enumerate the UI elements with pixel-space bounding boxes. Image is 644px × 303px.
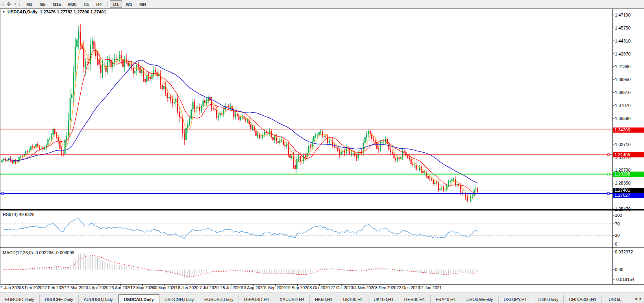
crosshair-arrows-icon [6, 2, 11, 7]
tab-scroll-right-icon[interactable]: ► [639, 297, 642, 301]
price-level-flag: 1.27027 [613, 193, 644, 198]
chart-tab-xauusd-h4[interactable]: XAUUSD,H4 [274, 295, 310, 303]
timeframe-button-mn[interactable]: MN [136, 0, 149, 8]
timeframe-button-m1[interactable]: M1 [23, 0, 35, 8]
chart-shift-crosshair-icon[interactable] [5, 1, 13, 7]
date-axis-label[interactable]: 25 Jul 2020 [220, 285, 242, 290]
price-tick-label: 1.44310 [615, 39, 631, 43]
toolbar-grip[interactable] [2, 2, 4, 7]
timeframe-button-h1[interactable]: H1 [80, 0, 92, 8]
timeframe-button-m15[interactable]: M15 [50, 0, 64, 8]
chart-tab-uk100-h1[interactable]: UK100,H1 [338, 295, 369, 303]
chart-tab-hk50-h1[interactable]: HK50,H1 [310, 295, 338, 303]
rsi-indicator-label: RSI(14) 49.6328 [3, 212, 35, 217]
price-level-flag: 1.27401 [613, 188, 644, 193]
macd-axis-label: -0.018154 [615, 277, 635, 282]
price-level-flag: 1.31405 [613, 152, 644, 157]
price-tick-label: 1.25470 [615, 207, 631, 211]
chart-title: ▼ USDCAD,Daily 1.27476 1.27782 1.27300 1… [2, 9, 106, 14]
toolbar-grip[interactable] [19, 2, 21, 7]
timeframe-button-m5[interactable]: M5 [36, 0, 48, 8]
chart-tab-usdcad-daily[interactable]: USDCAD,Daily [118, 294, 159, 303]
chart-tab-bar: EURUSD,DailyUSDCHF,DailyAUDUSD,DailyUSDC… [0, 292, 644, 303]
price-tick-label: 1.35590 [615, 116, 631, 121]
timeframe-button-d1[interactable]: D1 [110, 0, 122, 8]
timeframe-button-h4[interactable]: H4 [93, 0, 105, 8]
chart-tab-usdcnh-daily[interactable]: USDCNH,Daily [159, 295, 199, 303]
date-axis-label[interactable]: 7 Jul 2020 [200, 285, 218, 290]
date-axis-label[interactable]: 17 Mar 2020 [65, 285, 88, 290]
price-tick-label: 1.47190 [615, 13, 631, 17]
timeframe-button-w1[interactable]: W1 [123, 0, 136, 8]
date-axis-label[interactable]: 4 Apr 2020 [89, 285, 109, 290]
date-axis-label[interactable]: 13 Aug 2020 [242, 285, 265, 290]
chart-symbol-label: USDCAD,Daily [7, 9, 37, 14]
chart-tab-gbpusd-h4[interactable]: GBPUSD,H4 [239, 295, 274, 303]
price-tick-label: 1.41390 [615, 64, 631, 69]
rsi-axis-label: 100 [615, 213, 622, 218]
date-axis-label[interactable]: 1 Sep 2020 [265, 285, 286, 290]
chart-tab-dj30-daily[interactable]: DJ30,Daily [532, 295, 564, 303]
chart-tab-fra40-h1[interactable]: FRA40,H1 [431, 295, 461, 303]
rsi-axis-label: 0 [615, 242, 617, 246]
date-axis-label[interactable]: 12 May 2020 [131, 285, 155, 290]
rsi-axis-label: 70 [615, 222, 620, 226]
price-tick-label: 1.32710 [615, 142, 631, 147]
date-axis-label[interactable]: 8 Feb 2020 [21, 285, 42, 290]
chart-tab-audusd-daily[interactable]: AUDUSD,Daily [79, 295, 118, 303]
date-axis-label[interactable]: 27 Feb 2020 [43, 285, 66, 290]
price-tick-label: 1.28350 [615, 181, 631, 185]
date-axis-label[interactable]: 27 Oct 2020 [330, 285, 353, 290]
price-level-flag: 1.34206 [613, 127, 644, 133]
chart-tab-usoil[interactable]: USOil, [602, 295, 628, 303]
price-tick-label: 1.38510 [615, 90, 631, 95]
macd-axis-label: 0.00 [615, 267, 623, 272]
chart-tab-usdjpy-h1[interactable]: USDJPY,H1 [499, 295, 533, 303]
date-axis-label[interactable]: 14 Nov 2020 [352, 285, 376, 290]
price-tick-label: 1.42870 [615, 52, 631, 56]
date-axis-label[interactable]: 18 Jun 2020 [176, 285, 198, 290]
chart-tab-uk100-h1[interactable]: UK100,H1 [368, 295, 399, 303]
chart-tab-eurusd-daily[interactable]: EURUSD,Daily [0, 295, 40, 303]
chart-tab-usdchf-daily[interactable]: USDCHF,Daily [40, 295, 79, 303]
chart-tab-eurusd-daily[interactable]: EURUSD,Daily [199, 295, 239, 303]
caret-down-icon[interactable]: ▼ [13, 3, 18, 6]
rsi-axis-label: 30 [615, 233, 620, 238]
chart-window: 1.471901.457501.443101.428701.413901.399… [0, 8, 644, 303]
date-axis-label[interactable]: 21 Jan 2020 [0, 285, 21, 290]
toolbar-separator [107, 1, 107, 7]
date-axis-label[interactable]: 3 Dec 2020 [375, 285, 396, 290]
symbol-dropdown-icon[interactable]: ▼ [2, 11, 5, 13]
top-toolbar: ▼ M1M5M15M30H1H4D1W1MN [0, 0, 644, 9]
price-level-flag: 1.29208 [613, 172, 644, 177]
price-tick-label: 1.37070 [615, 103, 631, 108]
chart-tab-china300-h1[interactable]: CHINA300,H1 [564, 295, 602, 303]
price-tick-label: 1.45750 [615, 26, 631, 30]
price-tick-label: 1.39950 [615, 77, 631, 82]
timeframe-button-m30[interactable]: M30 [65, 0, 80, 8]
date-axis-label[interactable]: 30 May 2020 [153, 285, 177, 290]
macd-axis-label: 0.032972 [615, 249, 633, 254]
tab-scroll-buttons: ◄ ► [628, 294, 644, 303]
chart-tab-ger30-h1[interactable]: GER30,H1 [399, 295, 431, 303]
chart-tab-usoil-weekly[interactable]: USOil,Weekly [461, 295, 498, 303]
timeframe-toolbar: M1M5M15M30H1H4D1W1MN [23, 0, 150, 8]
macd-indicator-label: MACD(12,26,9) -0.002236 -0.003099 [3, 250, 74, 255]
date-axis-label[interactable]: 12 Jan 2021 [419, 285, 442, 290]
tab-scroll-left-icon[interactable]: ◄ [634, 297, 637, 301]
date-axis-label[interactable]: 19 Sep 2020 [286, 285, 309, 290]
date-axis-label[interactable]: 23 Apr 2020 [109, 285, 132, 290]
date-axis-label[interactable]: 8 Oct 2020 [309, 285, 329, 290]
chart-ohlc-values: 1.27476 1.27782 1.27300 1.27401 [40, 9, 106, 14]
date-axis-label[interactable]: 22 Dec 2020 [396, 285, 420, 290]
